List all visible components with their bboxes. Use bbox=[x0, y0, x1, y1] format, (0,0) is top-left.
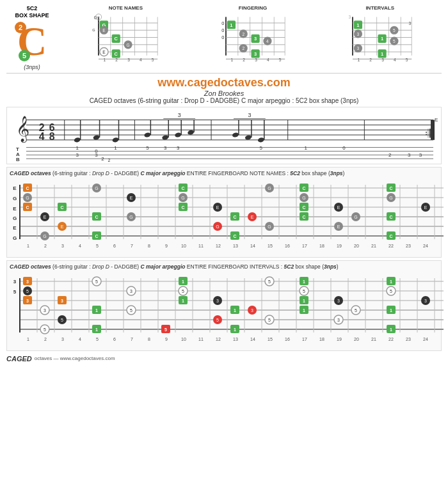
svg-text:4: 4 bbox=[79, 244, 81, 248]
svg-text:5: 5 bbox=[96, 244, 99, 248]
diagram-panels: NOTE NAMES G 1 2 bbox=[64, 5, 442, 63]
svg-text:E: E bbox=[102, 28, 106, 33]
svg-text:G: G bbox=[302, 196, 305, 200]
svg-text:E: E bbox=[130, 196, 133, 200]
svg-text:19: 19 bbox=[337, 244, 342, 248]
svg-point-129 bbox=[187, 129, 194, 135]
svg-text:C: C bbox=[95, 234, 98, 238]
svg-text:𝄞: 𝄞 bbox=[16, 115, 29, 143]
svg-text:1: 1 bbox=[104, 58, 106, 62]
svg-text:E: E bbox=[337, 205, 340, 210]
svg-text:1: 1 bbox=[381, 51, 383, 57]
svg-text:3: 3 bbox=[61, 337, 64, 341]
svg-text:C: C bbox=[302, 215, 305, 219]
c-shape-container: 2 C 5 bbox=[10, 19, 54, 64]
intervals-diagram: 3 1 2 3 4 5 1 3 bbox=[318, 12, 442, 63]
svg-text:23: 23 bbox=[406, 244, 411, 248]
svg-text:3: 3 bbox=[216, 299, 219, 303]
box-shape-area: 5C2 BOX SHAPE 2 C 5 (3nps) bbox=[6, 5, 58, 70]
svg-point-117 bbox=[93, 134, 100, 140]
svg-text:3: 3 bbox=[357, 32, 360, 36]
svg-text:C: C bbox=[115, 36, 118, 42]
svg-text:1: 1 bbox=[182, 299, 184, 303]
svg-point-135 bbox=[244, 134, 252, 140]
svg-text:G: G bbox=[13, 196, 17, 201]
svg-text:E: E bbox=[216, 205, 220, 210]
svg-text:6: 6 bbox=[113, 244, 116, 248]
svg-text:G: G bbox=[127, 43, 130, 47]
svg-text:2: 2 bbox=[44, 337, 47, 341]
svg-text:9: 9 bbox=[165, 337, 168, 341]
svg-text:1: 1 bbox=[357, 22, 360, 28]
svg-text:3: 3 bbox=[408, 152, 411, 158]
svg-text:2: 2 bbox=[243, 58, 245, 62]
svg-text:3: 3 bbox=[254, 51, 257, 57]
svg-point-133 bbox=[232, 132, 239, 137]
svg-text:2: 2 bbox=[388, 152, 391, 158]
svg-text:1: 1 bbox=[358, 58, 360, 62]
svg-text:3: 3 bbox=[357, 46, 360, 51]
svg-text:3: 3 bbox=[26, 299, 29, 303]
svg-text:C: C bbox=[233, 215, 236, 219]
author-name: Zon Brookes bbox=[6, 90, 442, 97]
svg-text:13: 13 bbox=[233, 337, 238, 341]
svg-text:G: G bbox=[13, 235, 17, 241]
caged-description: octaves — www.cagedoctaves.com bbox=[35, 356, 115, 361]
svg-text:0: 0 bbox=[221, 27, 224, 33]
fingerboard1-svg: E G E G E G bbox=[10, 178, 445, 252]
panel-fingering-title: FINGERING bbox=[239, 5, 267, 11]
svg-text:5: 5 bbox=[355, 308, 357, 313]
svg-text:B: B bbox=[16, 157, 20, 162]
svg-text:0: 0 bbox=[221, 20, 224, 26]
panel-fingering: FINGERING 1 2 3 4 5 0 bbox=[191, 5, 315, 63]
svg-text:10: 10 bbox=[181, 244, 186, 248]
svg-text:E: E bbox=[13, 225, 17, 231]
svg-text:20: 20 bbox=[354, 337, 359, 341]
svg-text:1: 1 bbox=[27, 244, 29, 248]
svg-text:3: 3 bbox=[349, 15, 351, 19]
svg-text:3: 3 bbox=[178, 111, 181, 118]
panel-note-names: NOTE NAMES G 1 2 bbox=[64, 5, 188, 63]
svg-point-127 bbox=[174, 132, 181, 137]
svg-text:1: 1 bbox=[234, 327, 236, 332]
svg-text:1: 1 bbox=[390, 308, 392, 313]
svg-text:E: E bbox=[44, 215, 47, 219]
svg-text:3: 3 bbox=[61, 299, 63, 303]
svg-text:1: 1 bbox=[390, 279, 392, 284]
svg-text:1: 1 bbox=[114, 145, 116, 150]
svg-text:4: 4 bbox=[394, 58, 396, 62]
svg-text:2: 2 bbox=[101, 156, 104, 162]
svg-text:7: 7 bbox=[131, 337, 133, 341]
svg-text:2: 2 bbox=[44, 244, 47, 248]
svg-text:5: 5 bbox=[130, 308, 132, 313]
website-title-section: www.cagedoctaves.com Zon Brookes CAGED o… bbox=[6, 73, 442, 106]
svg-text:14: 14 bbox=[250, 337, 255, 341]
svg-text:1: 1 bbox=[381, 36, 383, 42]
svg-text:C: C bbox=[181, 186, 184, 191]
fingerboard2-container: 3 5 bbox=[10, 272, 438, 348]
svg-text:G: G bbox=[129, 215, 132, 219]
svg-text:10: 10 bbox=[181, 337, 186, 341]
svg-text:3: 3 bbox=[13, 279, 17, 285]
svg-text:5: 5 bbox=[393, 39, 396, 43]
svg-text:1: 1 bbox=[95, 327, 98, 332]
svg-text:C: C bbox=[26, 186, 29, 191]
svg-text:5: 5 bbox=[182, 289, 184, 293]
svg-text:G: G bbox=[13, 215, 17, 221]
svg-text:G: G bbox=[26, 196, 29, 200]
svg-text:4: 4 bbox=[39, 131, 45, 142]
svg-text:15: 15 bbox=[268, 337, 273, 341]
svg-text:1: 1 bbox=[182, 279, 184, 284]
staff-notation: 𝄞 2 4 6 8 3 3 bbox=[6, 107, 442, 164]
svg-text:G: G bbox=[97, 15, 100, 19]
svg-text:18: 18 bbox=[319, 244, 324, 248]
svg-text:G: G bbox=[268, 186, 271, 191]
svg-text:8: 8 bbox=[148, 244, 150, 248]
svg-text:1: 1 bbox=[230, 58, 233, 62]
svg-text:5: 5 bbox=[44, 327, 46, 332]
svg-text:3: 3 bbox=[255, 58, 257, 62]
svg-text:3: 3 bbox=[251, 308, 253, 313]
svg-text:3: 3 bbox=[382, 58, 385, 62]
svg-text:20: 20 bbox=[354, 244, 359, 248]
svg-text:5: 5 bbox=[393, 28, 396, 33]
